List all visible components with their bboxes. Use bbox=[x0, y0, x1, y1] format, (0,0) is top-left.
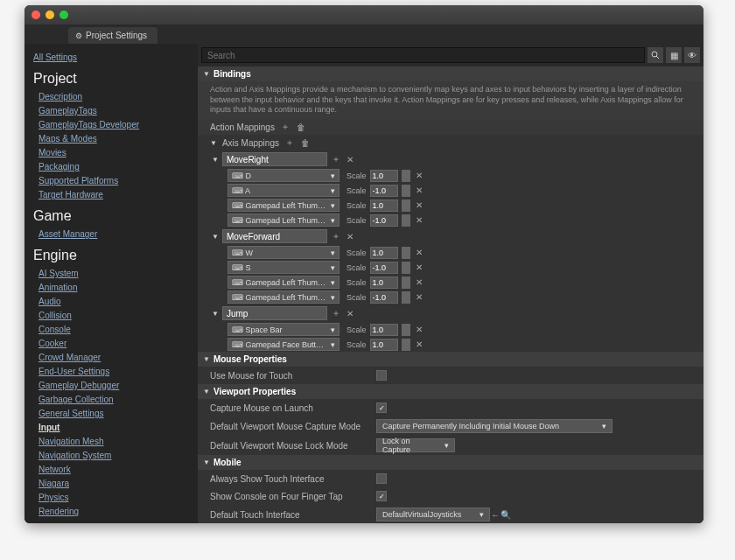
spinner[interactable] bbox=[402, 185, 410, 197]
key-select[interactable]: ⌨ A▾ bbox=[228, 184, 340, 197]
remove-key-button[interactable]: ✕ bbox=[414, 262, 424, 273]
add-axis-button[interactable]: ＋ bbox=[284, 137, 295, 148]
scale-input[interactable] bbox=[370, 170, 398, 182]
spinner[interactable] bbox=[402, 262, 410, 274]
add-key-button[interactable]: ＋ bbox=[331, 154, 341, 164]
sidebar-item[interactable]: Navigation System bbox=[33, 449, 189, 462]
scale-input[interactable] bbox=[370, 276, 398, 289]
axis-name-input[interactable] bbox=[222, 152, 327, 166]
eye-icon[interactable]: 👁 bbox=[684, 47, 700, 63]
add-action-button[interactable]: ＋ bbox=[280, 122, 290, 132]
sidebar-item[interactable]: Animation bbox=[33, 281, 189, 294]
sidebar-all-settings[interactable]: All Settings bbox=[33, 51, 189, 64]
four-finger-checkbox[interactable]: ✓ bbox=[376, 491, 387, 501]
spinner[interactable] bbox=[402, 324, 410, 336]
add-key-button[interactable]: ＋ bbox=[331, 231, 341, 242]
sidebar-item[interactable]: Crowd Manager bbox=[33, 351, 189, 364]
key-select[interactable]: ⌨ S▾ bbox=[228, 261, 340, 274]
sidebar-item[interactable]: Input bbox=[33, 421, 189, 434]
scale-input[interactable] bbox=[370, 200, 398, 212]
remove-key-button[interactable]: ✕ bbox=[414, 248, 424, 258]
scale-input[interactable] bbox=[370, 339, 398, 351]
key-select[interactable]: ⌨ Gamepad Face Button Bottom▾ bbox=[228, 338, 340, 351]
sidebar-item[interactable]: Garbage Collection bbox=[33, 393, 189, 406]
remove-key-button[interactable]: ✕ bbox=[414, 215, 424, 226]
sidebar-item[interactable]: Niagara bbox=[33, 477, 189, 490]
sidebar-item[interactable]: GameplayTags Developer bbox=[33, 118, 189, 131]
remove-key-button[interactable]: ✕ bbox=[414, 171, 424, 181]
lock-mode-select[interactable]: Lock on Capture▾ bbox=[376, 438, 455, 452]
scale-input[interactable] bbox=[370, 324, 398, 336]
chevron-down-icon[interactable]: ▼ bbox=[212, 233, 219, 241]
remove-key-button[interactable]: ✕ bbox=[414, 277, 424, 288]
sidebar-item[interactable]: Description bbox=[33, 90, 189, 103]
scale-input[interactable] bbox=[370, 214, 398, 227]
capture-mode-select[interactable]: Capture Permanently Including Initial Mo… bbox=[376, 419, 612, 433]
remove-key-button[interactable]: ✕ bbox=[414, 325, 424, 335]
key-select[interactable]: ⌨ Space Bar▾ bbox=[228, 323, 340, 336]
section-mouse[interactable]: ▼Mouse Properties bbox=[198, 352, 704, 367]
key-select[interactable]: ⌨ Gamepad Left Thumbstick Y-Axis▾ bbox=[228, 276, 340, 289]
sidebar-item[interactable]: Maps & Modes bbox=[33, 132, 189, 145]
clear-axis-button[interactable]: 🗑 bbox=[300, 137, 311, 148]
spinner[interactable] bbox=[402, 170, 410, 182]
chevron-down-icon[interactable]: ▼ bbox=[210, 139, 217, 147]
sidebar-item[interactable]: Supported Platforms bbox=[33, 174, 189, 187]
sidebar-item[interactable]: Console bbox=[33, 323, 189, 336]
search-input[interactable] bbox=[201, 47, 645, 63]
remove-key-button[interactable]: ✕ bbox=[414, 292, 424, 303]
remove-axis-button[interactable]: ✕ bbox=[345, 231, 355, 242]
close-icon[interactable] bbox=[32, 10, 40, 19]
spinner[interactable] bbox=[402, 339, 410, 351]
axis-name-input[interactable] bbox=[222, 306, 327, 320]
key-select[interactable]: ⌨ Gamepad Left Thumbstick Y-Axis▾ bbox=[228, 290, 340, 304]
sidebar-item[interactable]: Asset Manager bbox=[33, 228, 189, 241]
key-select[interactable]: ⌨ Gamepad Left Thumbstick X-Axis▾ bbox=[228, 199, 340, 212]
section-mobile[interactable]: ▼Mobile bbox=[198, 455, 704, 470]
use-mouse-touch-checkbox[interactable] bbox=[376, 370, 387, 381]
axis-name-input[interactable] bbox=[222, 229, 327, 243]
browse-icon[interactable]: ← bbox=[490, 509, 500, 520]
remove-axis-button[interactable]: ✕ bbox=[345, 154, 355, 164]
scale-input[interactable] bbox=[370, 262, 398, 274]
add-key-button[interactable]: ＋ bbox=[331, 308, 341, 318]
spinner[interactable] bbox=[402, 276, 410, 289]
sidebar-item[interactable]: Navigation Mesh bbox=[33, 435, 189, 448]
grid-icon[interactable]: ▦ bbox=[666, 47, 682, 63]
tab-project-settings[interactable]: ⚙ Project Settings bbox=[68, 27, 158, 44]
scale-input[interactable] bbox=[370, 185, 398, 197]
sidebar-item[interactable]: End-User Settings bbox=[33, 365, 189, 378]
sidebar-item[interactable]: General Settings bbox=[33, 407, 189, 420]
sidebar-item[interactable]: AI System bbox=[33, 267, 189, 280]
maximize-icon[interactable] bbox=[60, 10, 68, 19]
find-icon[interactable]: 🔍 bbox=[500, 509, 511, 520]
touch-iface-select[interactable]: DefaultVirtualJoysticks▾ bbox=[376, 508, 490, 522]
sidebar-item[interactable]: Audio bbox=[33, 295, 189, 308]
remove-key-button[interactable]: ✕ bbox=[414, 186, 424, 196]
scale-input[interactable] bbox=[370, 247, 398, 259]
sidebar-item[interactable]: GameplayTags bbox=[33, 104, 189, 117]
sidebar-item[interactable]: Collision bbox=[33, 309, 189, 322]
clear-action-button[interactable]: 🗑 bbox=[296, 122, 306, 132]
always-touch-checkbox[interactable] bbox=[376, 473, 387, 484]
key-select[interactable]: ⌨ Gamepad Left Thumbstick X-Axis▾ bbox=[228, 214, 340, 227]
remove-key-button[interactable]: ✕ bbox=[414, 340, 424, 350]
sidebar-item[interactable]: Movies bbox=[33, 146, 189, 159]
section-viewport[interactable]: ▼Viewport Properties bbox=[198, 384, 704, 399]
spinner[interactable] bbox=[402, 214, 410, 227]
sidebar-item[interactable]: Physics bbox=[33, 491, 189, 504]
sidebar-item[interactable]: Target Hardware bbox=[33, 188, 189, 201]
remove-key-button[interactable]: ✕ bbox=[414, 200, 424, 211]
sidebar-item[interactable]: Gameplay Debugger bbox=[33, 379, 189, 392]
spinner[interactable] bbox=[402, 200, 410, 212]
remove-axis-button[interactable]: ✕ bbox=[345, 308, 355, 318]
spinner[interactable] bbox=[402, 291, 410, 304]
chevron-down-icon[interactable]: ▼ bbox=[212, 156, 219, 164]
chevron-down-icon[interactable]: ▼ bbox=[212, 310, 219, 318]
scale-input[interactable] bbox=[370, 291, 398, 304]
section-bindings[interactable]: ▼Bindings bbox=[198, 66, 704, 81]
sidebar-item[interactable]: Rendering bbox=[33, 505, 189, 518]
sidebar-item[interactable]: Network bbox=[33, 463, 189, 476]
key-select[interactable]: ⌨ W▾ bbox=[228, 246, 340, 259]
minimize-icon[interactable] bbox=[46, 10, 54, 19]
